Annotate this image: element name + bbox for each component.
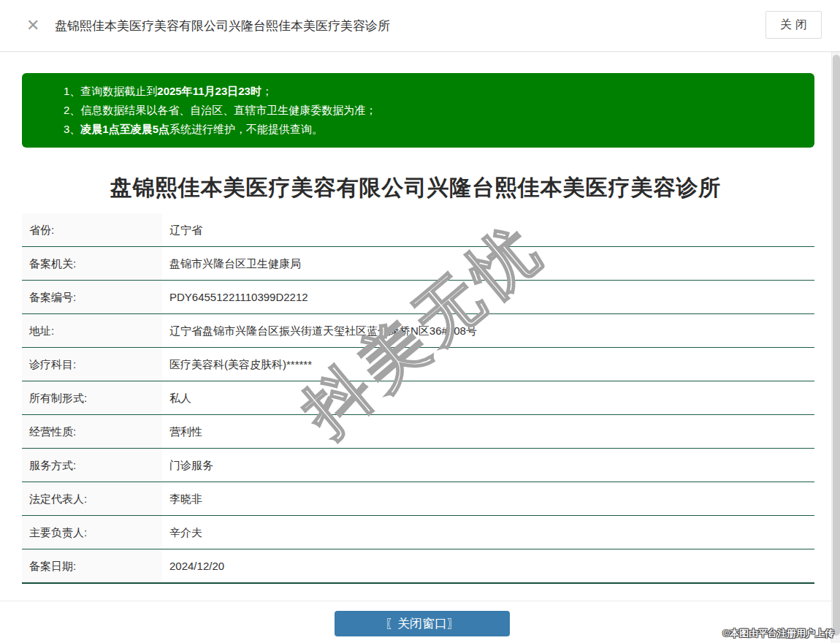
notice-item: 3、凌晨1点至凌晨5点系统进行维护，不能提供查询。 [64,120,800,139]
row-value: 门诊服务 [162,449,814,482]
row-value: 私人 [162,381,814,414]
table-row: 备案日期:2024/12/20 [22,549,814,584]
page-title: 盘锦熙佳本美医疗美容有限公司兴隆台熙佳本美医疗美容诊所 [0,173,831,203]
row-label: 经营性质: [22,415,162,448]
row-label: 备案日期: [22,549,162,582]
row-label: 法定代表人: [22,482,162,515]
close-button[interactable]: 关闭 [765,11,822,39]
row-value: 盘锦市兴隆台区卫生健康局 [162,247,814,280]
table-row: 经营性质:营利性 [22,415,814,449]
close-window-button[interactable]: 〖关闭窗口〗 [335,611,510,636]
window-title: 盘锦熙佳本美医疗美容有限公司兴隆台熙佳本美医疗美容诊所 [55,18,390,34]
row-value: 营利性 [162,415,814,448]
corner-watermark: ©本图由平台注册用户上传 [722,627,834,640]
row-value: PDY64551221110399D2212 [162,281,814,313]
row-label: 所有制形式: [22,381,162,414]
row-label: 诊疗科目: [22,348,162,381]
notice-box: 1、查询数据截止到2025年11月23日23时；2、信息数据结果以各省、自治区、… [22,73,814,148]
row-label: 备案机关: [22,247,162,280]
scrollbar-track[interactable] [831,52,840,643]
notice-list: 1、查询数据截止到2025年11月23日23时；2、信息数据结果以各省、自治区、… [64,82,800,139]
notice-item: 2、信息数据结果以各省、自治区、直辖市卫生健康委数据为准； [64,101,800,120]
table-row: 主要负责人:辛介夫 [22,516,814,549]
table-row: 备案编号:PDY64551221110399D2212 [22,281,814,314]
row-value: 辽宁省盘锦市兴隆台区振兴街道天玺社区蓝色康桥N区36#108号 [162,314,814,347]
close-icon[interactable]: ✕ [26,16,39,35]
row-label: 主要负责人: [22,516,162,549]
row-label: 地址: [22,314,162,347]
top-bar: ✕ 盘锦熙佳本美医疗美容有限公司兴隆台熙佳本美医疗美容诊所 关闭 [0,0,840,52]
row-label: 备案编号: [22,281,162,313]
row-value: 辽宁省 [162,213,814,246]
table-row: 地址:辽宁省盘锦市兴隆台区振兴街道天玺社区蓝色康桥N区36#108号 [22,314,814,348]
table-row: 诊疗科目:医疗美容科(美容皮肤科)****** [22,348,814,381]
info-table: 省份:辽宁省备案机关:盘锦市兴隆台区卫生健康局备案编号:PDY645512211… [22,213,814,584]
row-value: 医疗美容科(美容皮肤科)****** [162,348,814,381]
row-value: 2024/12/20 [162,549,814,582]
table-row: 所有制形式:私人 [22,381,814,415]
row-label: 省份: [22,213,162,246]
row-value: 辛介夫 [162,516,814,549]
table-row: 法定代表人:李晓非 [22,482,814,516]
footer-divider [0,601,840,601]
row-value: 李晓非 [162,482,814,515]
row-label: 服务方式: [22,449,162,482]
table-row: 省份:辽宁省 [22,213,814,247]
table-row: 服务方式:门诊服务 [22,449,814,482]
notice-item: 1、查询数据截止到2025年11月23日23时； [64,82,800,101]
table-row: 备案机关:盘锦市兴隆台区卫生健康局 [22,247,814,281]
scrollbar-thumb[interactable] [833,55,840,636]
